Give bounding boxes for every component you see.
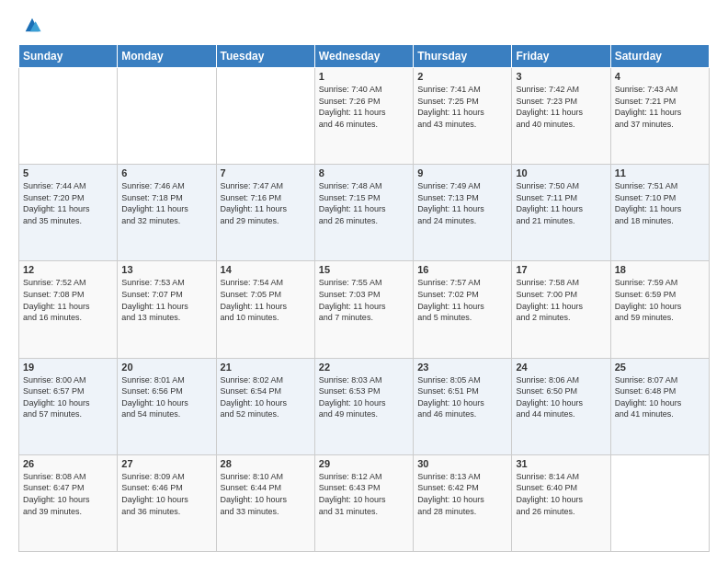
calendar-cell: 23Sunrise: 8:05 AM Sunset: 6:51 PM Dayli… (414, 358, 512, 454)
calendar-cell: 3Sunrise: 7:42 AM Sunset: 7:23 PM Daylig… (512, 68, 610, 165)
weekday-sunday: Sunday (19, 45, 118, 68)
day-info: Sunrise: 8:12 AM Sunset: 6:43 PM Dayligh… (319, 471, 409, 517)
calendar-cell: 13Sunrise: 7:53 AM Sunset: 7:07 PM Dayli… (118, 261, 216, 358)
calendar-cell (610, 454, 709, 551)
day-number: 16 (417, 264, 507, 275)
day-info: Sunrise: 7:50 AM Sunset: 7:11 PM Dayligh… (516, 180, 606, 226)
day-info: Sunrise: 7:55 AM Sunset: 7:03 PM Dayligh… (319, 277, 409, 323)
weekday-header-row: SundayMondayTuesdayWednesdayThursdayFrid… (19, 45, 710, 68)
calendar-cell: 28Sunrise: 8:10 AM Sunset: 6:44 PM Dayli… (216, 454, 314, 551)
day-info: Sunrise: 8:08 AM Sunset: 6:47 PM Dayligh… (23, 471, 113, 517)
day-number: 8 (319, 167, 409, 178)
day-number: 1 (319, 71, 409, 82)
day-number: 28 (221, 458, 311, 469)
day-number: 21 (221, 362, 311, 373)
day-info: Sunrise: 8:14 AM Sunset: 6:40 PM Dayligh… (516, 471, 606, 517)
day-number: 9 (417, 167, 507, 178)
day-number: 13 (121, 264, 211, 275)
day-info: Sunrise: 7:57 AM Sunset: 7:02 PM Dayligh… (417, 277, 507, 323)
day-number: 5 (23, 167, 113, 178)
day-info: Sunrise: 7:40 AM Sunset: 7:26 PM Dayligh… (319, 84, 409, 130)
calendar-cell: 24Sunrise: 8:06 AM Sunset: 6:50 PM Dayli… (512, 358, 610, 454)
calendar-cell: 26Sunrise: 8:08 AM Sunset: 6:47 PM Dayli… (19, 454, 118, 551)
week-row-1: 1Sunrise: 7:40 AM Sunset: 7:26 PM Daylig… (19, 68, 710, 165)
day-info: Sunrise: 7:51 AM Sunset: 7:10 PM Dayligh… (615, 180, 705, 226)
day-number: 30 (417, 458, 507, 469)
day-info: Sunrise: 8:09 AM Sunset: 6:46 PM Dayligh… (121, 471, 211, 517)
calendar-cell: 29Sunrise: 8:12 AM Sunset: 6:43 PM Dayli… (314, 454, 413, 551)
day-number: 7 (221, 167, 311, 178)
day-info: Sunrise: 7:43 AM Sunset: 7:21 PM Dayligh… (615, 84, 705, 130)
calendar-cell (216, 68, 314, 165)
day-info: Sunrise: 8:00 AM Sunset: 6:57 PM Dayligh… (23, 374, 113, 420)
logo-icon (22, 15, 42, 35)
calendar-cell: 5Sunrise: 7:44 AM Sunset: 7:20 PM Daylig… (19, 165, 118, 261)
calendar-cell (19, 68, 118, 165)
day-info: Sunrise: 8:01 AM Sunset: 6:56 PM Dayligh… (121, 374, 211, 420)
weekday-thursday: Thursday (414, 45, 512, 68)
day-info: Sunrise: 8:13 AM Sunset: 6:42 PM Dayligh… (417, 471, 507, 517)
week-row-4: 19Sunrise: 8:00 AM Sunset: 6:57 PM Dayli… (19, 358, 710, 454)
day-number: 22 (319, 362, 409, 373)
day-info: Sunrise: 7:46 AM Sunset: 7:18 PM Dayligh… (121, 180, 211, 226)
calendar-cell (118, 68, 216, 165)
calendar-cell: 1Sunrise: 7:40 AM Sunset: 7:26 PM Daylig… (314, 68, 413, 165)
calendar-cell: 12Sunrise: 7:52 AM Sunset: 7:08 PM Dayli… (19, 261, 118, 358)
weekday-saturday: Saturday (610, 45, 709, 68)
day-number: 26 (23, 458, 113, 469)
day-number: 20 (121, 362, 211, 373)
day-info: Sunrise: 8:06 AM Sunset: 6:50 PM Dayligh… (516, 374, 606, 420)
day-number: 29 (319, 458, 409, 469)
day-number: 4 (615, 71, 705, 82)
page: SundayMondayTuesdayWednesdayThursdayFrid… (0, 0, 728, 563)
day-number: 12 (23, 264, 113, 275)
week-row-5: 26Sunrise: 8:08 AM Sunset: 6:47 PM Dayli… (19, 454, 710, 551)
day-info: Sunrise: 7:41 AM Sunset: 7:25 PM Dayligh… (417, 84, 507, 130)
calendar-cell: 17Sunrise: 7:58 AM Sunset: 7:00 PM Dayli… (512, 261, 610, 358)
logo (18, 15, 42, 35)
day-number: 10 (516, 167, 606, 178)
day-number: 27 (121, 458, 211, 469)
day-info: Sunrise: 7:52 AM Sunset: 7:08 PM Dayligh… (23, 277, 113, 323)
calendar-cell: 31Sunrise: 8:14 AM Sunset: 6:40 PM Dayli… (512, 454, 610, 551)
calendar-cell: 15Sunrise: 7:55 AM Sunset: 7:03 PM Dayli… (314, 261, 413, 358)
calendar-cell: 4Sunrise: 7:43 AM Sunset: 7:21 PM Daylig… (610, 68, 709, 165)
day-number: 6 (121, 167, 211, 178)
calendar-cell: 16Sunrise: 7:57 AM Sunset: 7:02 PM Dayli… (414, 261, 512, 358)
day-number: 17 (516, 264, 606, 275)
weekday-wednesday: Wednesday (314, 45, 413, 68)
day-info: Sunrise: 7:47 AM Sunset: 7:16 PM Dayligh… (221, 180, 311, 226)
calendar-cell: 10Sunrise: 7:50 AM Sunset: 7:11 PM Dayli… (512, 165, 610, 261)
calendar-cell: 11Sunrise: 7:51 AM Sunset: 7:10 PM Dayli… (610, 165, 709, 261)
calendar-cell: 7Sunrise: 7:47 AM Sunset: 7:16 PM Daylig… (216, 165, 314, 261)
day-info: Sunrise: 8:07 AM Sunset: 6:48 PM Dayligh… (615, 374, 705, 420)
day-number: 25 (615, 362, 705, 373)
day-number: 15 (319, 264, 409, 275)
day-number: 24 (516, 362, 606, 373)
day-info: Sunrise: 7:54 AM Sunset: 7:05 PM Dayligh… (221, 277, 311, 323)
calendar-cell: 30Sunrise: 8:13 AM Sunset: 6:42 PM Dayli… (414, 454, 512, 551)
day-number: 14 (221, 264, 311, 275)
day-number: 23 (417, 362, 507, 373)
week-row-3: 12Sunrise: 7:52 AM Sunset: 7:08 PM Dayli… (19, 261, 710, 358)
calendar-cell: 2Sunrise: 7:41 AM Sunset: 7:25 PM Daylig… (414, 68, 512, 165)
calendar-cell: 14Sunrise: 7:54 AM Sunset: 7:05 PM Dayli… (216, 261, 314, 358)
day-info: Sunrise: 7:48 AM Sunset: 7:15 PM Dayligh… (319, 180, 409, 226)
day-number: 2 (417, 71, 507, 82)
calendar-cell: 6Sunrise: 7:46 AM Sunset: 7:18 PM Daylig… (118, 165, 216, 261)
weekday-friday: Friday (512, 45, 610, 68)
day-info: Sunrise: 8:05 AM Sunset: 6:51 PM Dayligh… (417, 374, 507, 420)
weekday-monday: Monday (118, 45, 216, 68)
day-number: 11 (615, 167, 705, 178)
calendar-cell: 20Sunrise: 8:01 AM Sunset: 6:56 PM Dayli… (118, 358, 216, 454)
week-row-2: 5Sunrise: 7:44 AM Sunset: 7:20 PM Daylig… (19, 165, 710, 261)
calendar-cell: 21Sunrise: 8:02 AM Sunset: 6:54 PM Dayli… (216, 358, 314, 454)
header (18, 15, 710, 35)
calendar-cell: 8Sunrise: 7:48 AM Sunset: 7:15 PM Daylig… (314, 165, 413, 261)
day-info: Sunrise: 7:59 AM Sunset: 6:59 PM Dayligh… (615, 277, 705, 323)
calendar-cell: 19Sunrise: 8:00 AM Sunset: 6:57 PM Dayli… (19, 358, 118, 454)
day-info: Sunrise: 7:42 AM Sunset: 7:23 PM Dayligh… (516, 84, 606, 130)
day-number: 31 (516, 458, 606, 469)
day-info: Sunrise: 7:44 AM Sunset: 7:20 PM Dayligh… (23, 180, 113, 226)
day-number: 18 (615, 264, 705, 275)
